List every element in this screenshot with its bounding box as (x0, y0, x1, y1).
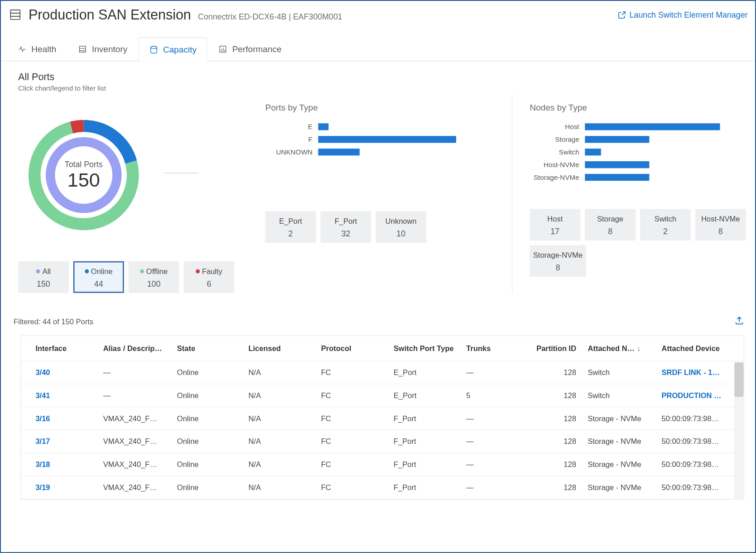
bar-f[interactable]: F (265, 135, 512, 144)
tab-bar: Health Inventory Capacity Performance (1, 37, 756, 62)
bar-host[interactable]: Host (530, 123, 746, 131)
table-row[interactable]: 3/17VMAX_240_F…OnlineN/AFCF_Port—128Stor… (21, 430, 743, 453)
donut-label: Total Ports (65, 159, 103, 168)
tab-performance[interactable]: Performance (207, 37, 293, 61)
interface-link[interactable]: 3/41 (30, 384, 97, 407)
tab-inventory[interactable]: Inventory (67, 37, 138, 61)
col-header-alias-descrip-[interactable]: Alias / Descrip… (97, 336, 171, 361)
legend-chip-storage-nvme[interactable]: Storage-NVMe8 (530, 245, 586, 277)
col-header-partition-id[interactable]: Partition ID (509, 336, 582, 361)
interface-link[interactable]: 3/19 (30, 476, 97, 499)
filter-summary: Filtered: 44 of 150 Ports (14, 317, 93, 326)
capacity-icon (149, 45, 158, 54)
table-row[interactable]: 3/41—OnlineN/AFCE_Port5128SwitchPRODUCTI… (21, 384, 743, 407)
col-header-trunks[interactable]: Trunks (461, 336, 510, 361)
bar-e[interactable]: E (265, 123, 512, 131)
table-row[interactable]: 3/19VMAX_240_F…OnlineN/AFCF_Port—128Stor… (21, 476, 743, 499)
interface-link[interactable]: 3/18 (30, 453, 97, 476)
page-header: Production SAN Extension Connectrix ED-D… (1, 1, 756, 26)
page-subtitle: Connectrix ED-DCX6-4B | EAF300M001 (198, 12, 342, 21)
svg-rect-3 (80, 46, 86, 52)
legend-chip-all[interactable]: All150 (18, 261, 69, 293)
sort-arrow-icon: ↓ (637, 345, 640, 353)
col-header-switch-port-type[interactable]: Switch Port Type (388, 336, 460, 361)
port-status-panel: Total Ports 150 All150Online44Offline100… (18, 95, 265, 293)
ports-by-type-panel: Ports by Type EFUNKNOWN E_Port2F_Port32U… (265, 95, 513, 293)
section-title: All Ports (18, 72, 746, 83)
performance-icon (218, 44, 227, 53)
table-row[interactable]: 3/40—OnlineN/AFCE_Port—128SwitchSRDF LIN… (21, 361, 743, 384)
bar-storage-nvme[interactable]: Storage-NVMe (530, 173, 746, 182)
legend-chip-unknown[interactable]: Unknown10 (376, 211, 426, 243)
legend-chip-host[interactable]: Host17 (530, 209, 580, 240)
donut-tick-line (164, 173, 198, 173)
page-title: Production SAN Extension (29, 7, 191, 23)
legend-chip-switch[interactable]: Switch2 (640, 209, 691, 240)
col-header-interface[interactable]: Interface (30, 336, 97, 361)
external-link-icon (617, 10, 626, 19)
attached-device-link[interactable]: SRDF LINK - 1… (656, 361, 732, 384)
export-icon (734, 316, 744, 326)
section-hint: Click chart/legend to filter list (18, 84, 746, 92)
attached-device-link[interactable]: PRODUCTION … (656, 384, 732, 407)
launch-switch-manager-link[interactable]: Launch Switch Element Manager (617, 10, 747, 19)
legend-chip-f-port[interactable]: F_Port32 (321, 211, 371, 243)
table-row[interactable]: 3/16VMAX_240_F…OnlineN/AFCF_Port—128Stor… (21, 407, 743, 430)
svg-rect-0 (10, 10, 20, 19)
scrollbar-thumb[interactable] (734, 362, 743, 397)
col-header-protocol[interactable]: Protocol (315, 336, 388, 361)
bar-storage[interactable]: Storage (530, 135, 746, 144)
interface-link[interactable]: 3/40 (30, 361, 97, 384)
legend-chip-e-port[interactable]: E_Port2 (265, 211, 316, 243)
export-button[interactable] (734, 316, 744, 327)
bar-switch[interactable]: Switch (530, 148, 746, 156)
tab-health[interactable]: Health (7, 37, 67, 61)
col-header-attached-device[interactable]: Attached Device (656, 336, 732, 361)
donut-value: 150 (67, 168, 100, 191)
bar-host-nvme[interactable]: Host-NVMe (530, 161, 746, 169)
legend-chip-offline[interactable]: Offline100 (129, 261, 179, 293)
legend-chip-online[interactable]: Online44 (73, 261, 124, 293)
inventory-icon (78, 44, 87, 53)
tab-capacity[interactable]: Capacity (138, 37, 207, 61)
interface-link[interactable]: 3/16 (30, 407, 97, 430)
nodes-by-type-panel: Nodes by Type HostStorageSwitchHost-NVMe… (512, 95, 746, 293)
legend-chip-faulty[interactable]: Faulty6 (184, 261, 235, 293)
legend-chip-host-nvme[interactable]: Host-NVMe8 (695, 209, 746, 240)
svg-point-6 (151, 46, 157, 48)
health-icon (18, 44, 27, 53)
table-row[interactable]: 3/18VMAX_240_F…OnlineN/AFCF_Port—128Stor… (21, 453, 743, 476)
switch-icon (9, 8, 22, 21)
ports-by-type-title: Ports by Type (265, 103, 512, 113)
port-status-donut[interactable]: Total Ports 150 (14, 106, 153, 244)
col-header-attached-n-[interactable]: Attached N…↓ (582, 336, 656, 361)
col-header-licensed[interactable]: Licensed (243, 336, 315, 361)
nodes-by-type-title: Nodes by Type (530, 103, 746, 113)
legend-chip-storage[interactable]: Storage8 (585, 209, 636, 240)
bar-unknown[interactable]: UNKNOWN (265, 148, 512, 156)
interface-link[interactable]: 3/17 (30, 430, 97, 453)
ports-table: InterfaceAlias / Descrip…StateLicensedPr… (20, 336, 744, 500)
col-header-state[interactable]: State (171, 336, 243, 361)
